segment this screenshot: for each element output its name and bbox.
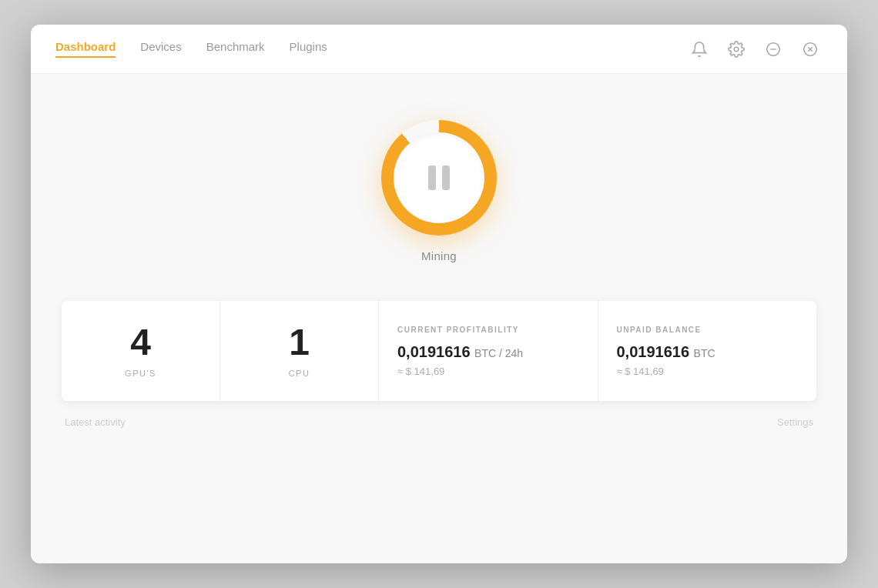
cpu-count: 1 xyxy=(289,324,310,361)
nav-item-devices[interactable]: Devices xyxy=(140,40,181,58)
bottom-hint-row: Latest activity Settings xyxy=(62,416,816,428)
bell-icon[interactable] xyxy=(687,37,712,62)
stat-card-gpus: 4 GPU'S xyxy=(62,301,220,401)
balance-title: UNPAID BALANCE xyxy=(617,326,702,334)
nav-bar: Dashboard Devices Benchmark Plugins xyxy=(31,25,847,74)
mining-toggle-button[interactable] xyxy=(381,120,497,236)
main-content: Mining 4 GPU'S 1 CPU CURRENT PROFITABILI… xyxy=(31,74,847,563)
gpu-label: GPU'S xyxy=(125,369,156,378)
nav-items: Dashboard Devices Benchmark Plugins xyxy=(55,40,327,58)
gpu-count: 4 xyxy=(130,324,151,361)
stat-card-balance: UNPAID BALANCE 0,0191616 BTC ≈ $ 141,69 xyxy=(598,301,817,401)
profitability-usd: ≈ $ 141,69 xyxy=(397,366,444,377)
balance-btc: 0,0191616 BTC xyxy=(617,343,715,361)
close-icon[interactable] xyxy=(798,37,823,62)
pause-bar-left xyxy=(428,165,436,190)
minimize-icon[interactable] xyxy=(761,37,786,62)
app-window: Dashboard Devices Benchmark Plugins xyxy=(31,25,847,563)
bottom-hint-left: Latest activity xyxy=(65,416,126,428)
bottom-hint-right: Settings xyxy=(777,416,813,428)
mining-status-label: Mining xyxy=(421,249,457,262)
nav-item-benchmark[interactable]: Benchmark xyxy=(206,40,265,58)
settings-icon[interactable] xyxy=(724,37,749,62)
balance-usd: ≈ $ 141,69 xyxy=(617,366,664,377)
mining-section: Mining xyxy=(381,120,497,262)
nav-item-plugins[interactable]: Plugins xyxy=(290,40,327,58)
cpu-label: CPU xyxy=(289,369,310,378)
stats-row: 4 GPU'S 1 CPU CURRENT PROFITABILITY 0,01… xyxy=(62,301,816,401)
nav-right-icons xyxy=(687,37,823,62)
mining-btn-inner xyxy=(394,132,484,223)
svg-point-0 xyxy=(734,47,739,52)
profitability-title: CURRENT PROFITABILITY xyxy=(397,326,519,334)
pause-bar-right xyxy=(442,165,450,190)
nav-item-dashboard[interactable]: Dashboard xyxy=(55,40,116,58)
pause-icon xyxy=(428,165,450,190)
stat-card-cpu: 1 CPU xyxy=(220,301,379,401)
profitability-btc: 0,0191616 BTC / 24h xyxy=(397,343,523,361)
stat-card-profitability: CURRENT PROFITABILITY 0,0191616 BTC / 24… xyxy=(379,301,598,401)
